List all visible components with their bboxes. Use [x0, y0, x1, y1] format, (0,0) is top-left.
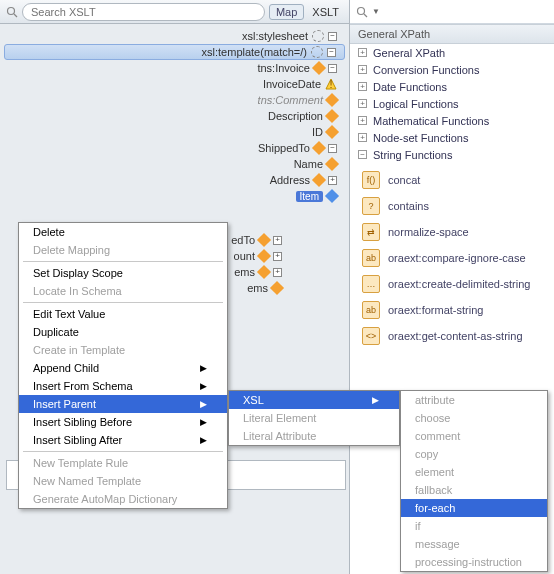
function-item[interactable]: <>oraext:get-content-as-string [358, 323, 546, 349]
category-item[interactable]: +Date Functions [350, 78, 554, 95]
search-icon [356, 6, 368, 18]
category-label: String Functions [373, 149, 452, 161]
menu-item: copy [401, 445, 547, 463]
menu-label: copy [415, 448, 438, 460]
category-item[interactable]: +Conversion Functions [350, 61, 554, 78]
expander-icon[interactable]: + [273, 236, 282, 245]
xslt-tree[interactable]: xsl:stylesheet−xsl:template(match=/)−tns… [0, 24, 349, 224]
menu-label: for-each [415, 502, 455, 514]
menu-item[interactable]: Insert Sibling Before▶ [19, 413, 227, 431]
expander-icon[interactable]: − [358, 150, 367, 159]
function-item[interactable]: f()concat [358, 167, 546, 193]
function-item[interactable]: ?contains [358, 193, 546, 219]
menu-item: processing-instruction [401, 553, 547, 571]
tree-label: edTo [231, 234, 255, 246]
dropdown-icon[interactable]: ▼ [372, 7, 380, 16]
expander-icon[interactable]: + [358, 133, 367, 142]
tree-node[interactable]: ID [4, 124, 345, 140]
tree-label: xsl:stylesheet [242, 30, 308, 42]
category-label: Logical Functions [373, 98, 459, 110]
category-item[interactable]: +Logical Functions [350, 95, 554, 112]
function-icon: ab [362, 249, 380, 267]
gear-icon [311, 46, 323, 58]
menu-label: Insert Sibling Before [33, 416, 132, 428]
tree-node[interactable]: tns:Invoice− [4, 60, 345, 76]
menu-item[interactable]: Set Display Scope [19, 264, 227, 282]
menu-label: Append Child [33, 362, 99, 374]
expander-icon[interactable]: + [358, 99, 367, 108]
tree-node[interactable]: xsl:stylesheet− [4, 28, 345, 44]
tree-node[interactable]: ShippedTo− [4, 140, 345, 156]
function-item[interactable]: …oraext:create-delimited-string [358, 271, 546, 297]
element-icon [270, 281, 284, 295]
menu-item[interactable]: Edit Text Value [19, 305, 227, 323]
element-icon [325, 125, 339, 139]
tree-node[interactable]: xsl:template(match=/)− [4, 44, 345, 60]
element-icon [325, 189, 339, 203]
menu-item[interactable]: for-each [401, 499, 547, 517]
tree-label: ems [247, 282, 268, 294]
menu-item: New Named Template [19, 472, 227, 490]
menu-item[interactable]: Delete [19, 223, 227, 241]
function-label: oraext:format-string [388, 304, 483, 316]
expander-icon[interactable]: + [358, 65, 367, 74]
tab-xslt[interactable]: XSLT [308, 4, 343, 20]
menu-item: Create in Template [19, 341, 227, 359]
context-menu-insert-parent[interactable]: XSL▶Literal ElementLiteral Attribute [228, 390, 400, 446]
expander-icon[interactable]: + [358, 82, 367, 91]
expander-icon[interactable]: + [328, 176, 337, 185]
menu-item: fallback [401, 481, 547, 499]
category-item[interactable]: +General XPath [350, 44, 554, 61]
tree-node[interactable]: Address+ [4, 172, 345, 188]
context-menu-xsl[interactable]: attributechoosecommentcopyelementfallbac… [400, 390, 548, 572]
category-item[interactable]: +Node-set Functions [350, 129, 554, 146]
tree-node[interactable]: ount+ [220, 248, 290, 264]
menu-item: Literal Element [229, 409, 399, 427]
menu-label: element [415, 466, 454, 478]
expander-icon[interactable]: − [327, 48, 336, 57]
tab-map[interactable]: Map [269, 4, 304, 20]
menu-item[interactable]: Append Child▶ [19, 359, 227, 377]
left-toolbar: Map XSLT [0, 0, 349, 24]
svg-text:!: ! [329, 78, 332, 90]
menu-label: choose [415, 412, 450, 424]
tree-node[interactable]: tns:Comment [4, 92, 345, 108]
menu-item[interactable]: Insert From Schema▶ [19, 377, 227, 395]
tree-label: InvoiceDate [263, 78, 321, 90]
menu-item[interactable]: Insert Sibling After▶ [19, 431, 227, 449]
menu-item[interactable]: Insert Parent▶ [19, 395, 227, 413]
expander-icon[interactable]: + [358, 116, 367, 125]
category-list: +General XPath+Conversion Functions+Date… [350, 44, 554, 163]
svg-line-1 [14, 14, 17, 17]
expander-icon[interactable]: − [328, 32, 337, 41]
category-item[interactable]: +Mathematical Functions [350, 112, 554, 129]
menu-item: Delete Mapping [19, 241, 227, 259]
tree-node[interactable]: ems [220, 280, 290, 296]
menu-item[interactable]: XSL▶ [229, 391, 399, 409]
expander-icon[interactable]: + [358, 48, 367, 57]
expander-icon[interactable]: − [328, 144, 337, 153]
context-menu-main[interactable]: DeleteDelete MappingSet Display ScopeLoc… [18, 222, 228, 509]
menu-item: choose [401, 409, 547, 427]
tree-node[interactable]: Description [4, 108, 345, 124]
function-icon: <> [362, 327, 380, 345]
tree-node[interactable]: Item [4, 188, 345, 204]
expander-icon[interactable]: + [273, 252, 282, 261]
tree-node[interactable]: edTo+ [220, 232, 290, 248]
menu-label: Set Display Scope [33, 267, 123, 279]
search-icon [6, 6, 18, 18]
function-item[interactable]: aboraext:format-string [358, 297, 546, 323]
menu-label: fallback [415, 484, 452, 496]
function-item[interactable]: ⇄normalize-space [358, 219, 546, 245]
submenu-arrow-icon: ▶ [200, 363, 207, 373]
menu-item[interactable]: Duplicate [19, 323, 227, 341]
expander-icon[interactable]: − [328, 64, 337, 73]
tree-node[interactable]: Name [4, 156, 345, 172]
tree-node[interactable]: InvoiceDate! [4, 76, 345, 92]
tree-node[interactable]: ems+ [220, 264, 290, 280]
expander-icon[interactable]: + [273, 268, 282, 277]
submenu-arrow-icon: ▶ [200, 399, 207, 409]
xslt-search-input[interactable] [22, 3, 265, 21]
category-item[interactable]: −String Functions [350, 146, 554, 163]
function-item[interactable]: aboraext:compare-ignore-case [358, 245, 546, 271]
